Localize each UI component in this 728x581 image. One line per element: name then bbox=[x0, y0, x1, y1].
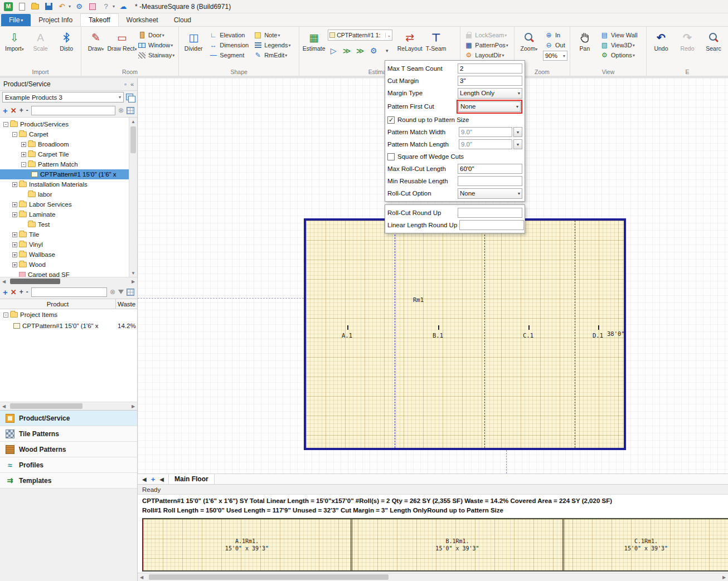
chevron-down-icon[interactable]: ▾ bbox=[113, 4, 115, 9]
chevron-down-icon[interactable]: ▾ bbox=[513, 139, 522, 149]
catalog-manager-icon[interactable] bbox=[126, 94, 135, 101]
roll-section-c[interactable]: C.1Rm1. 15'0" x 39'3" bbox=[564, 519, 728, 570]
tree-item-carpet-tile[interactable]: +Carpet Tile bbox=[0, 149, 129, 159]
project-horizontal-scrollbar[interactable]: ◀ ▶ bbox=[0, 402, 137, 410]
sheet-tab-main-floor[interactable]: Main Floor bbox=[168, 474, 215, 484]
tab-file[interactable]: File▾ bbox=[1, 14, 31, 26]
tree-item-broadloom[interactable]: +Broadloom bbox=[0, 139, 129, 149]
clear-search-icon[interactable]: ⊗ bbox=[118, 106, 124, 114]
expand-icon[interactable]: + bbox=[12, 252, 17, 257]
expand-all-icon[interactable]: + bbox=[20, 106, 23, 114]
scroll-left-icon[interactable]: ◀ bbox=[138, 573, 145, 581]
save-icon[interactable] bbox=[43, 2, 54, 12]
expand-all-icon[interactable]: + bbox=[20, 288, 23, 296]
tree-horizontal-scrollbar[interactable]: ◀ ▶ bbox=[0, 277, 137, 285]
lockseam-button[interactable]: LockSeam▾ bbox=[463, 31, 509, 40]
new-document-icon[interactable] bbox=[17, 2, 27, 12]
scroll-right-icon[interactable]: ▶ bbox=[720, 573, 728, 581]
run-estimate-icon[interactable]: ▷ bbox=[328, 45, 339, 56]
estimate-button[interactable]: ▦ Estimate bbox=[302, 28, 326, 68]
zoom-level-select[interactable]: 90%▾ bbox=[543, 51, 567, 61]
dimension-button[interactable]: ↔Dimension bbox=[207, 41, 250, 50]
note-button[interactable]: Note▾ bbox=[252, 31, 292, 40]
scrollbar-thumb[interactable] bbox=[10, 279, 60, 284]
tree-item-wood[interactable]: +Wood bbox=[0, 260, 129, 270]
scroll-up-icon[interactable]: ▲ bbox=[129, 118, 137, 125]
nav-tile-patterns[interactable]: Tile Patterns bbox=[0, 426, 137, 442]
expand-icon[interactable]: + bbox=[12, 262, 17, 267]
draw-button[interactable]: ✎ Draw ▾ bbox=[84, 28, 108, 68]
zoom-out-button[interactable]: ⊖Out bbox=[543, 41, 567, 50]
undo-quick-icon[interactable]: ↶ bbox=[57, 2, 67, 12]
tree-item-installation-materials[interactable]: +Installation Materials bbox=[0, 179, 129, 189]
draw-rect-button[interactable]: ▭ Draw Rect ▾ bbox=[110, 28, 134, 68]
project-items-root[interactable]: -Project Items bbox=[0, 309, 137, 320]
max-t-seam-count-input[interactable] bbox=[458, 64, 522, 74]
expand-icon[interactable]: + bbox=[12, 202, 17, 207]
linear-length-round-up-input[interactable] bbox=[459, 220, 524, 230]
stairway-button[interactable]: Stairway▾ bbox=[136, 51, 176, 60]
project-search-input[interactable] bbox=[31, 287, 107, 297]
expand-icon[interactable]: + bbox=[12, 212, 17, 217]
roll-cut-option-select[interactable]: None ▾ bbox=[458, 188, 522, 199]
export-icon[interactable] bbox=[88, 2, 98, 12]
roll-section-a[interactable]: A.1Rm1. 15'0" x 39'3" bbox=[143, 519, 352, 570]
window-button[interactable]: Window▾ bbox=[136, 41, 176, 50]
tree-item-laminate[interactable]: +Laminate bbox=[0, 209, 129, 219]
tree-vertical-scrollbar[interactable]: ▲ ▼ bbox=[129, 118, 137, 277]
tab-worksheet[interactable]: Worksheet bbox=[119, 14, 166, 26]
column-waste[interactable]: Waste bbox=[116, 301, 137, 307]
scrollbar-thumb[interactable] bbox=[130, 126, 136, 153]
chevron-down-icon[interactable]: ▾ bbox=[69, 4, 71, 9]
scale-button[interactable]: A Scale bbox=[28, 28, 53, 68]
door-button[interactable]: Door▾ bbox=[136, 31, 176, 40]
redo-button[interactable]: ↷ Redo bbox=[675, 28, 700, 68]
tree-item-product-services[interactable]: -Product/Services bbox=[0, 119, 129, 129]
add-sheet-icon[interactable]: + bbox=[151, 475, 156, 484]
round-up-to-pattern-size-checkbox[interactable]: ✓ bbox=[387, 116, 395, 124]
pattern-match-width-input[interactable] bbox=[459, 127, 512, 137]
run-all-icon[interactable]: ≫ bbox=[341, 45, 352, 56]
scrollbar-thumb[interactable] bbox=[149, 574, 389, 580]
clear-search-icon[interactable]: ⊗ bbox=[110, 288, 115, 296]
elevation-button[interactable]: ∟Elevation bbox=[207, 31, 250, 40]
table-view-icon[interactable] bbox=[127, 107, 134, 114]
tree-item-labor[interactable]: labor bbox=[0, 189, 129, 199]
collapse-panel-icon[interactable]: « bbox=[130, 81, 134, 87]
project-item-cptpattern[interactable]: CPTPattern#1 15'0" (1'6" x 114.2% bbox=[0, 320, 137, 331]
cloud-icon[interactable]: ☁ bbox=[118, 2, 128, 12]
table-view-icon[interactable] bbox=[127, 289, 134, 296]
margin-type-select[interactable]: Length Only ▾ bbox=[458, 88, 522, 99]
zoom-in-button[interactable]: ⊕In bbox=[543, 31, 567, 40]
pattern-first-cut-select[interactable]: None ▾ bbox=[458, 101, 521, 112]
cut-margin-input[interactable] bbox=[458, 76, 522, 86]
scrollbar-thumb[interactable] bbox=[10, 403, 82, 409]
tab-project-info[interactable]: Project Info bbox=[31, 14, 80, 26]
nav-profiles[interactable]: ≈Profiles bbox=[0, 457, 137, 473]
scroll-down-icon[interactable]: ▼ bbox=[129, 269, 137, 277]
patternpos-button[interactable]: ▦PatternPos▾ bbox=[463, 41, 509, 50]
search-button[interactable]: Searc bbox=[701, 28, 726, 68]
chevron-down-icon[interactable]: ▾ bbox=[513, 127, 522, 137]
canvas-horizontal-scrollbar[interactable]: ◀ ▶ bbox=[138, 573, 728, 581]
legends-button[interactable]: Legends▾ bbox=[252, 41, 292, 50]
square-off-wedge-cuts-checkbox[interactable] bbox=[387, 153, 395, 160]
roll-strip[interactable]: A.1Rm1. 15'0" x 39'3" B.1Rm1. 15'0" x 39… bbox=[142, 518, 728, 572]
pattern-match-length-input[interactable] bbox=[459, 139, 512, 149]
collapse-icon[interactable]: - bbox=[12, 132, 17, 137]
next-sheet-icon[interactable]: ◀ bbox=[159, 476, 164, 482]
tree-item-cptpattern-selected[interactable]: CPTPattern#1 15'0" (1'6" x bbox=[0, 169, 129, 179]
pan-button[interactable]: Pan bbox=[572, 28, 597, 68]
view3d-button[interactable]: ▧View3D▾ bbox=[599, 41, 639, 50]
expand-icon[interactable]: + bbox=[12, 182, 17, 187]
delete-item-icon[interactable]: ✕ bbox=[11, 106, 17, 115]
tree-item-wallbase[interactable]: +Wallbase bbox=[0, 250, 129, 260]
expand-icon[interactable]: + bbox=[12, 242, 17, 247]
pattern-select[interactable]: CPTPattern#1 1: ⌄ bbox=[328, 30, 392, 41]
catalog-search-input[interactable] bbox=[31, 106, 115, 115]
scroll-right-icon[interactable]: ▶ bbox=[129, 277, 137, 285]
tree-item-pattern-match[interactable]: -Pattern Match bbox=[0, 159, 129, 169]
open-folder-icon[interactable] bbox=[30, 2, 40, 12]
roll-section-b[interactable]: B.1Rm1. 15'0" x 39'3" bbox=[352, 519, 564, 570]
max-roll-cut-length-input[interactable] bbox=[458, 164, 522, 174]
